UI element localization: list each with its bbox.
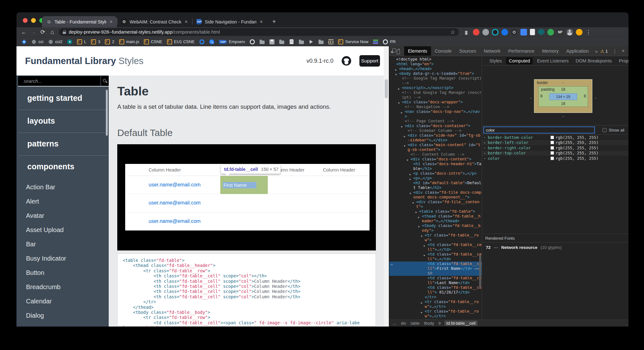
sidebar-section-patterns[interactable]: patterns <box>18 133 107 156</box>
expand-arrow-icon[interactable]: ▼ <box>404 144 405 148</box>
bookmark-item[interactable]: PR <box>383 39 396 44</box>
bookmark-item[interactable] <box>373 39 378 44</box>
tree-node[interactable]: ▼<div class="fd-tile docs-component docs… <box>389 190 482 200</box>
breadcrumb-tbody[interactable]: tbody <box>424 321 434 326</box>
elements-tree-scrollbar[interactable] <box>479 56 481 320</box>
extension-document-icon[interactable] <box>530 29 535 35</box>
elements-tree[interactable]: <!doctype html><html lang="en">▶<head>…<… <box>389 56 482 320</box>
expand-arrow-icon[interactable]: ▸ <box>484 136 488 139</box>
tree-node[interactable]: ▼<div class="docs-wrapper"> <box>389 100 482 105</box>
bookmark-item[interactable]: C·CSNE <box>144 39 162 44</box>
tree-node[interactable]: ▼<div class="docs-container"> <box>389 124 482 128</box>
tree-node[interactable]: ▶<tr class="fd-table__row">…</tr> <box>389 309 482 319</box>
email-link[interactable]: user.name@email.com <box>149 200 201 205</box>
tree-node[interactable]: <!-- Content Column --> <box>389 152 482 157</box>
site-logo[interactable]: Fundamental Library Styles <box>25 56 144 66</box>
devtools-kebab-icon[interactable]: ⋮ <box>612 48 617 54</box>
extension-teal-ring-icon[interactable] <box>492 29 499 36</box>
computed-property-row[interactable]: ▸border-bottom-colorrgb(255, 255, 255) <box>482 135 628 140</box>
computed-property-row[interactable]: ▸border-right-colorrgb(255, 255, 255) <box>482 145 628 151</box>
table-row[interactable]: user.name@email.com <box>125 212 370 230</box>
bookmark-item[interactable]: cci2 <box>48 39 62 44</box>
devtools-tab-performance[interactable]: Performance <box>504 46 538 56</box>
bookmark-item[interactable] <box>319 39 324 44</box>
expand-arrow-icon[interactable]: ▸ <box>484 157 488 160</box>
inspect-element-icon[interactable] <box>392 49 394 54</box>
tree-node[interactable]: <html lang="en"> <box>389 62 482 67</box>
bookmark-item[interactable] <box>269 39 274 44</box>
warning-badge[interactable]: ⚠1 <box>600 49 608 54</box>
tree-scrollbar-thumb[interactable] <box>479 255 481 288</box>
expand-arrow-icon[interactable]: ▼ <box>412 201 414 205</box>
expand-arrow-icon[interactable]: ▶ <box>424 243 425 248</box>
devtools-tab-sources[interactable]: Sources <box>455 46 480 56</box>
bookmark-item[interactable] <box>260 39 265 44</box>
bookmark-item[interactable] <box>209 39 214 44</box>
expand-arrow-icon[interactable]: ▼ <box>409 191 411 196</box>
tree-node[interactable]: ▼<tbody class="fd-table__body"> <box>389 224 482 233</box>
tree-node[interactable]: ▼<table class="fd-table"> <box>389 209 482 214</box>
tree-node[interactable]: ▼<body data-gr-c-s-loaded="true"> <box>389 71 482 76</box>
sidebar-tab-styles[interactable]: Styles <box>486 57 505 64</box>
expand-arrow-icon[interactable]: ▸ <box>484 152 488 155</box>
bookmark-item[interactable] <box>279 39 284 44</box>
sidebar-item-bar[interactable]: Bar <box>16 237 109 251</box>
sidebar-section-layouts[interactable]: layouts <box>18 110 107 133</box>
show-all-checkbox[interactable] <box>602 128 607 132</box>
sidebar-item-button[interactable]: Button <box>16 266 109 280</box>
sidebar-tab-event-listeners[interactable]: Event Listeners <box>534 57 571 64</box>
extension-gray-icon[interactable] <box>482 29 489 36</box>
tree-node[interactable]: <!-- Google Tag Manager (noscript) --> <box>389 76 482 86</box>
tree-node[interactable]: ▶<noscript>…</noscript> <box>389 86 482 90</box>
tree-node[interactable]: ▶<tr class="fd-table__row">…</tr> <box>389 300 482 309</box>
bookmark-item[interactable]: C·main.js <box>119 39 139 44</box>
tree-node[interactable]: <!-- Navigation --> <box>389 105 482 109</box>
profile-avatar[interactable] <box>566 29 573 36</box>
sidebar-item-busy-indicator[interactable]: Busy Indicator <box>16 251 109 266</box>
page-scrollbar[interactable] <box>384 46 389 327</box>
devtools-tab-application[interactable]: Application <box>563 46 593 56</box>
tree-node[interactable]: ▶<td class="fd-table__cell">…</td> <box>389 243 482 252</box>
forward-icon[interactable]: → <box>29 29 38 36</box>
sidebar-item-breadcrumb[interactable]: Breadcrumb <box>16 280 109 294</box>
bookmark-item[interactable]: SAPEmpserv <box>219 39 245 44</box>
computed-property-row[interactable]: ▸border-left-colorrgb(255, 255, 255) <box>482 140 628 146</box>
extension-orange-icon[interactable] <box>576 29 583 36</box>
sidebar-tab-properties[interactable]: Properties <box>616 57 628 64</box>
bookmark-item[interactable] <box>22 39 27 44</box>
extension-shield-icon[interactable] <box>538 29 544 36</box>
tree-node[interactable]: <td class="fd-table__cell"> 01/26/17</td… <box>389 285 482 295</box>
sidebar-item-alert[interactable]: Alert <box>16 194 109 209</box>
tree-node[interactable]: ▶<div class="side-nav" id="tg-sb-sidebar… <box>389 133 482 143</box>
tree-node[interactable]: ▶<p>…</p> <box>389 176 482 181</box>
back-icon[interactable]: ← <box>19 29 29 36</box>
computed-property-row[interactable]: ▸border-top-colorrgb(255, 255, 255) <box>482 151 628 156</box>
tree-node[interactable]: ▶<p class="docs-intro">…</p> <box>389 171 482 176</box>
devtools-tab-console[interactable]: Console <box>431 46 455 56</box>
extensions-puzzle-icon[interactable] <box>463 29 470 36</box>
tab-close-icon[interactable]: × <box>259 19 263 25</box>
tree-node[interactable]: <h2 id="default-table">Default Table</h2… <box>389 181 482 190</box>
expand-arrow-icon[interactable]: ▶ <box>401 110 402 115</box>
bookmark-item[interactable]: C·3 <box>91 39 100 44</box>
devtools-tab-network[interactable]: Network <box>480 46 504 56</box>
device-toolbar-icon[interactable] <box>398 49 400 54</box>
tree-node[interactable]: ▼<div class="main-content" id="tg-sb-con… <box>389 143 482 152</box>
expand-arrow-icon[interactable]: ▶ <box>421 301 422 305</box>
breadcrumb-td.fd-table__cell[interactable]: td.fd-table__cell <box>444 321 478 326</box>
browser-tab[interactable]: ⊕Table - Fundamental Styles× <box>42 16 117 27</box>
tree-node[interactable]: <h1 class="docs-header-h1">Table</h1> <box>389 162 482 171</box>
bookmark-star-icon[interactable]: ☆ <box>450 29 455 36</box>
bookmark-item[interactable] <box>289 39 294 44</box>
sidebar-scrollbar[interactable] <box>106 90 108 136</box>
tab-close-icon[interactable]: × <box>109 19 113 25</box>
breadcrumb-div[interactable]: div <box>401 321 406 326</box>
extension-red-icon[interactable] <box>473 29 480 36</box>
table-row[interactable]: user.name@email.com <box>125 194 370 212</box>
computed-filter-input[interactable]: color <box>483 126 595 133</box>
sidebar-tab-computed[interactable]: Computed <box>506 57 533 64</box>
breadcrumb-table[interactable]: table <box>411 321 420 326</box>
box-model-border[interactable]: border - padding 16 8 8 16 134 × 25 <box>534 79 592 113</box>
browser-menu-kebab-icon[interactable]: ⋮ <box>586 29 591 36</box>
expand-arrow-icon[interactable]: ▶ <box>424 253 425 258</box>
